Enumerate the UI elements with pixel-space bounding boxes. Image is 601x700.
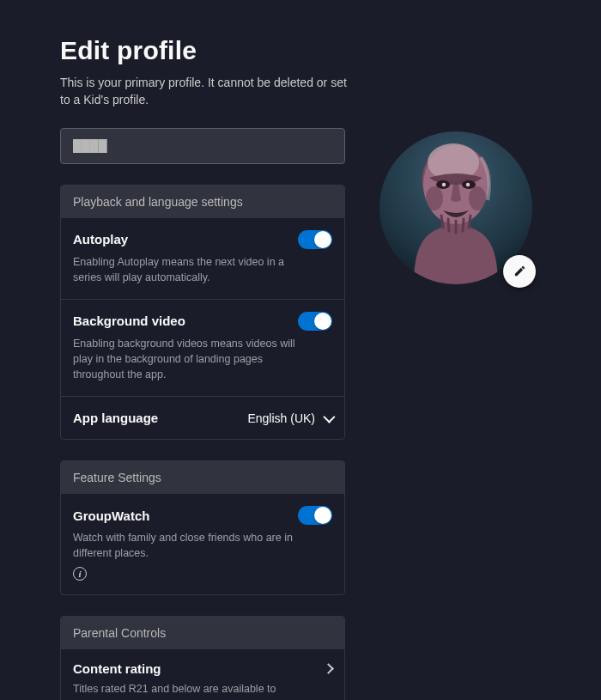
- page-subtitle: This is your primary profile. It cannot …: [60, 74, 352, 109]
- page-title: Edit profile: [60, 36, 541, 65]
- feature-header: Feature Settings: [61, 461, 344, 494]
- groupwatch-row: GroupWatch Watch with family and close f…: [61, 494, 344, 594]
- playback-settings-card: Playback and language settings Autoplay …: [60, 185, 345, 441]
- feature-settings-card: Feature Settings GroupWatch Watch with f…: [60, 460, 345, 595]
- chevron-right-icon: [323, 664, 334, 675]
- groupwatch-toggle[interactable]: [298, 506, 332, 525]
- content-rating-label: Content rating: [73, 661, 161, 676]
- autoplay-label: Autoplay: [73, 232, 128, 247]
- svg-point-7: [469, 186, 486, 210]
- playback-header: Playback and language settings: [61, 186, 344, 218]
- autoplay-toggle[interactable]: [298, 230, 332, 249]
- chevron-down-icon: [323, 411, 335, 423]
- autoplay-desc: Enabling Autoplay means the next video i…: [73, 254, 305, 285]
- background-video-desc: Enabling background videos means videos …: [73, 336, 305, 382]
- content-rating-row[interactable]: Content rating Titles rated R21 and belo…: [61, 649, 344, 700]
- groupwatch-desc: Watch with family and close friends who …: [73, 530, 305, 561]
- info-icon[interactable]: i: [73, 567, 87, 581]
- svg-point-5: [466, 182, 470, 186]
- app-language-label: App language: [73, 411, 158, 425]
- app-language-row[interactable]: App language English (UK): [61, 396, 344, 439]
- svg-point-6: [426, 186, 443, 210]
- edit-avatar-button[interactable]: [503, 255, 536, 288]
- background-video-row: Background video Enabling background vid…: [61, 299, 344, 396]
- profile-name-input[interactable]: [60, 128, 345, 164]
- content-rating-desc: Titles rated R21 and below are available…: [73, 681, 305, 700]
- background-video-toggle[interactable]: [298, 312, 332, 331]
- svg-point-4: [442, 182, 446, 186]
- background-video-label: Background video: [73, 313, 185, 328]
- parental-controls-card: Parental Controls Content rating Titles …: [60, 616, 345, 700]
- autoplay-row: Autoplay Enabling Autoplay means the nex…: [61, 218, 344, 299]
- groupwatch-label: GroupWatch: [73, 508, 149, 523]
- parental-header: Parental Controls: [61, 617, 344, 649]
- app-language-value: English (UK): [247, 411, 315, 425]
- pencil-icon: [513, 265, 526, 277]
